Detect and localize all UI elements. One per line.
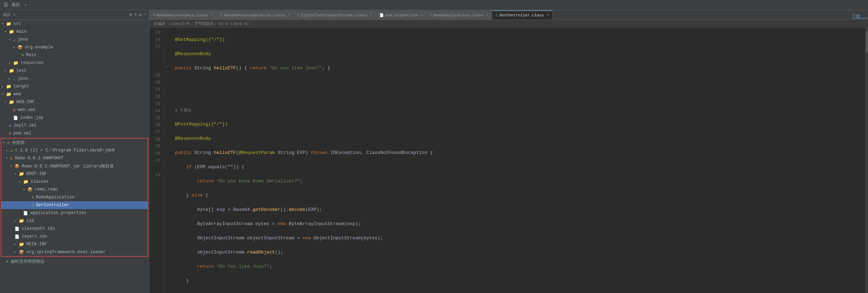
- line-num: [152, 50, 160, 58]
- annotation: @PostMapping({"/"}): [175, 122, 230, 127]
- line-num: 33: [152, 100, 160, 107]
- code-line-32: if (EXP.equals("")) {: [175, 164, 861, 171]
- tab-close-icon[interactable]: ×: [547, 14, 549, 17]
- tree-item-target[interactable]: ▸ 📁 target: [0, 82, 149, 90]
- tree-item-temp-console[interactable]: ⊕ 临时文件和控制台: [0, 257, 149, 265]
- code-objinputstream: ObjectInputStream(bytes);: [314, 235, 383, 241]
- code-scroll[interactable]: 23 24 25 29 30 31 32 33 34 35 36 37 38 3…: [149, 28, 868, 293]
- menu-icon[interactable]: ☰: [3, 2, 9, 8]
- line-num: 32: [152, 93, 160, 100]
- tree-label: 临时文件和控制台: [11, 259, 45, 265]
- tab-label: pom.properties: [385, 13, 418, 17]
- tree-item-main[interactable]: ▾ 📁 main: [0, 28, 149, 36]
- line-num: 39: [152, 143, 160, 150]
- method-name: helloCTF: [214, 65, 236, 71]
- line-num: [152, 58, 160, 65]
- tree-label: classpath.idx: [22, 226, 55, 231]
- tree-item-jdk[interactable]: ▸ ☕ < 1.8 (2) > C:\Program Files\Java8\j…: [1, 146, 148, 154]
- minus-icon[interactable]: —: [144, 12, 146, 17]
- tree-item-app-props[interactable]: ▸ 📄 application.properties: [1, 209, 148, 217]
- tree-item-resources[interactable]: ▸ 📁 resources: [0, 59, 149, 67]
- tab-close-icon[interactable]: ×: [486, 13, 488, 17]
- tree-item-classes[interactable]: ▾ 📁 classes: [1, 178, 148, 186]
- arrow-icon: ▾: [18, 180, 22, 184]
- code-plain: ; }: [322, 65, 330, 71]
- tree-label: application.properties: [30, 211, 86, 215]
- type-string2: String: [195, 150, 214, 155]
- pom-xml-icon: ⊞: [9, 131, 11, 136]
- code-line-24: @ResponseBody: [175, 50, 861, 58]
- tab-pom-properties[interactable]: 📄 pom.properties ×: [376, 10, 427, 20]
- tree-item-web[interactable]: ▾ 📁 web: [0, 90, 149, 98]
- sync-icon[interactable]: ⇄: [139, 12, 142, 17]
- tree-item-test[interactable]: ▾ 📁 test: [0, 67, 149, 75]
- list-icon[interactable]: ≡: [134, 12, 137, 17]
- scroll-thumb[interactable]: [866, 31, 868, 53]
- tab-random-access-data[interactable]: C RandomAccessData.class ×: [149, 10, 217, 20]
- tab-ser-controller[interactable]: C SerController.class ×: [492, 10, 553, 20]
- type-string: String: [195, 65, 214, 71]
- tree-item-boot-inf[interactable]: ▾ 📁 BOOT-INF: [1, 170, 148, 178]
- tree-item-remo-snapshot[interactable]: ▾ ⊟ Remo-0.0.1-SNAPSHOT: [1, 154, 148, 162]
- folder-icon: 📁: [6, 21, 11, 27]
- tree-item-ser-controller[interactable]: ▸ ⊙ SerController: [1, 201, 148, 209]
- folder-icon: 📁: [23, 179, 28, 185]
- arrow-icon: ▾: [6, 156, 9, 160]
- tab-label: RandomAccessData.class: [156, 13, 208, 17]
- external-lib-icon: ⊟: [7, 140, 10, 145]
- tree-item-remo-jar[interactable]: ▾ 📦 Remo-0.0.1-SNAPSHOT.jar library根目录: [1, 162, 148, 170]
- tree-item-src[interactable]: ▾ 📁 src: [0, 20, 149, 28]
- arrow-icon: ▾: [4, 69, 8, 73]
- tree-item-remo-remo[interactable]: ▾ 📦 remo.remo: [1, 186, 148, 193]
- tree-item-lib[interactable]: ▸ 📁 lib: [1, 217, 148, 225]
- package-icon: 📦: [17, 45, 23, 50]
- expand-icon[interactable]: ▾: [23, 2, 28, 8]
- code-line-39: return "Do You like Jvav?";: [175, 263, 861, 270]
- tree-item-java[interactable]: ▾ ☕ java: [0, 36, 149, 43]
- external-libraries-section: ▾ ⊟ 外部库 ▸ ☕ < 1.8 (2) > C:\Program Files…: [1, 138, 148, 257]
- arrow-icon: ▸: [6, 148, 9, 153]
- tree-item-test-java[interactable]: ▸ ☕ java: [0, 75, 149, 82]
- line-num: 43: [152, 171, 160, 179]
- sidebar-tab-icons: ⚙ ≡ ⇄ —: [129, 12, 146, 17]
- tab-label: ZipInflaterInputStream.class: [301, 13, 367, 17]
- tree-label: java: [18, 76, 28, 81]
- tab-close-icon[interactable]: ×: [370, 13, 372, 17]
- tree-item-layers-idx[interactable]: ▸ 📄 layers.idx: [1, 233, 148, 240]
- code-line-blank1: [175, 79, 861, 86]
- code-brace2: {: [206, 193, 208, 198]
- scroll-indicator[interactable]: [865, 28, 868, 293]
- tree-item-pom-xml[interactable]: ▸ ⊞ pom.xml: [0, 129, 149, 137]
- tree-item-jay17-iml[interactable]: ▸ ◈ Jay17.iml: [0, 122, 149, 129]
- tree-item-spring-loader[interactable]: ▸ 📦 org.springframework.boot.loader: [1, 248, 148, 256]
- line-num: 24: [152, 36, 160, 43]
- tab-icon: C: [220, 13, 223, 17]
- tab-close-icon[interactable]: ×: [421, 13, 423, 17]
- tree-label: classes: [31, 179, 48, 184]
- tree-item-external-libs[interactable]: ▾ ⊟ 外部库: [1, 139, 148, 146]
- tree-item-main-class[interactable]: ▸ ⊙ Main: [0, 51, 149, 59]
- code-line-29: @PostMapping({"/"}): [175, 121, 861, 128]
- tree-item-web-inf[interactable]: ▾ 📁 WEB-INF: [0, 98, 149, 106]
- tab-label: RandomAccessDataFile.class: [224, 13, 285, 17]
- arrow-icon: ▾: [3, 140, 6, 145]
- line-num: 41: [152, 157, 160, 164]
- arrow-icon: ▾: [9, 37, 12, 42]
- tab-random-access-data-file[interactable]: C RandomAccessDataFile.class ×: [217, 10, 294, 20]
- tree-item-meta-inf[interactable]: ▸ 📁 META-INF: [1, 240, 148, 248]
- tree-item-org-example[interactable]: ▾ 📦 org.example: [0, 43, 149, 51]
- keyword-return3: return: [197, 264, 217, 269]
- tree-item-index-jsp[interactable]: ▸ 📄 index.jsp: [0, 114, 149, 122]
- tab-close-icon[interactable]: ×: [211, 13, 213, 17]
- tree-label: 外部库: [12, 140, 25, 146]
- tree-item-classpath-idx[interactable]: ▸ 📄 classpath.idx: [1, 225, 148, 233]
- settings-icon[interactable]: ⚙: [129, 12, 132, 17]
- tree-item-remo-application[interactable]: ▸ ⊙ RemoApplication: [1, 193, 148, 201]
- arrow-icon: ▸: [9, 61, 12, 65]
- tree-item-web-xml[interactable]: ▸ ⊞ web.xml: [0, 106, 149, 114]
- tab-remo-application[interactable]: C RemoApplication.class ×: [427, 10, 492, 20]
- download-button[interactable]: 下载...: [852, 14, 868, 20]
- tab-zip-inflater[interactable]: C ZipInflaterInputStream.class ×: [294, 10, 376, 20]
- tab-close-icon[interactable]: ×: [288, 13, 290, 17]
- tree-label: main: [16, 29, 27, 34]
